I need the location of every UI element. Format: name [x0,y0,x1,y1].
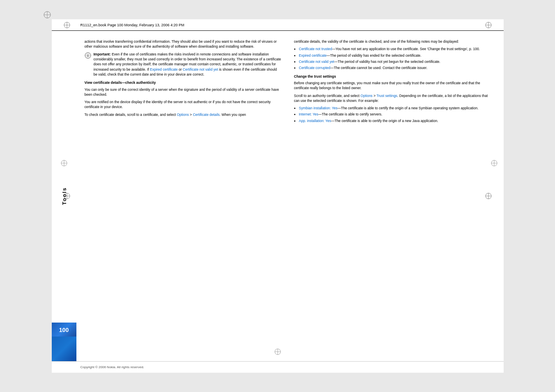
svg-text:i: i [88,54,88,57]
bullet5-text: —The certificate is able to certify the … [338,106,479,110]
page-number-box: 100 [52,323,76,337]
section1-p3c: . When you open [220,113,246,117]
options-link2[interactable]: Options [361,94,373,98]
page-container: R1112_en.book Page 100 Monday, February … [52,19,504,373]
bullet3-text: —The period of validity has not yet begu… [334,60,440,64]
list-item: Internet: Yes—The certificate is able to… [299,112,491,117]
list-item: Expired certificate—The period of validi… [299,53,491,58]
list-item: Certificate not trusted—You have not set… [299,46,491,51]
page-body: Tools 100 actions that involve transferr… [52,31,504,361]
bullet1-link[interactable]: Certificate not trusted [299,47,332,51]
bullets-list-2: Symbian installation: Yes—The certificat… [299,106,491,123]
left-para1: actions that involve transferring confid… [85,39,282,49]
reg-mark-header-left [63,21,71,29]
cert-details-link[interactable]: Certificate details [193,113,219,117]
section1-p3: To check certificate details, scroll to … [85,112,282,117]
copyright-text: Copyright © 2006 Nokia. All rights reser… [81,365,144,369]
section1-heading: View certificate details—check authentic… [85,80,282,85]
bullet4-link[interactable]: Certificate corrupted [299,66,331,70]
important-bold-label: Important: [94,52,111,56]
important-icon: i [85,52,91,59]
reg-mark-footer-left [63,192,71,200]
header-text: R1112_en.book Page 100 Monday, February … [81,23,184,27]
section1-p2: You are notified on the device display i… [85,99,282,110]
reg-mark-tl-outer [43,10,52,19]
list-item: Certificate corrupted—The certificate ca… [299,65,491,70]
section1-arrow: > [189,113,193,117]
header-bar: R1112_en.book Page 100 Monday, February … [52,19,504,31]
list-item: App. installation: Yes—The certificate i… [299,118,491,123]
main-content: actions that involve transferring confid… [76,31,504,361]
reg-mark-bottom-center [274,348,281,355]
important-or: or [178,67,183,71]
trust-settings-link[interactable]: Trust settings [376,94,397,98]
bullet7-link[interactable]: App. installation: Yes [299,119,331,123]
footer: Copyright © 2006 Nokia. All rights reser… [52,361,504,373]
bullet1-text: —You have not set any application to use… [332,47,480,51]
important-text: Important: Even if the use of certificat… [94,52,282,77]
reg-mark-header-right [485,21,492,29]
bullet5-link[interactable]: Symbian installation: Yes [299,106,338,110]
options-link1[interactable]: Options [177,113,189,117]
section2-arrow: > [373,94,377,98]
important-box: i Important: Even if the use of certific… [85,52,282,77]
bullet2-link[interactable]: Expired certificate [299,53,327,58]
right-column: certificate details, the validity of the… [294,39,491,357]
expired-cert-link[interactable]: Expired certificate [150,67,178,71]
cert-not-valid-link[interactable]: Certificate not valid yet [183,67,218,71]
section2-p2: Scroll to an authority certificate, and … [294,93,491,104]
right-intro: certificate details, the validity of the… [294,39,491,44]
bullet4-text: —The certificate cannot be used. Contact… [330,66,427,70]
blue-corner-accent [52,337,76,361]
list-item: Symbian installation: Yes—The certificat… [299,106,491,111]
bullet6-text: —The certificate is able to certify serv… [318,112,382,116]
bullet2-text: —The period of validity has ended for th… [327,53,421,58]
section2-p1: Before changing any certificate settings… [294,81,491,91]
left-column: actions that involve transferring confid… [85,39,282,357]
bullet3-link[interactable]: Certificate not valid yet [299,60,334,64]
bullet6-link[interactable]: Internet: Yes [299,112,318,116]
section2-p2-text: Scroll to an authority certificate, and … [294,94,361,98]
reg-mark-footer-right [485,192,492,200]
section1-p1: You can only be sure of the correct iden… [85,87,282,97]
list-item: Certificate not valid yet—The period of … [299,59,491,64]
page-number: 100 [59,327,69,333]
section2-heading: Change the trust settings [294,74,491,79]
section1-p3-text: To check certificate details, scroll to … [85,113,177,117]
reg-mark-left-mid [60,159,68,167]
bullets-list-1: Certificate not trusted—You have not set… [299,46,491,70]
bullet7-text: —The certificate is able to certify the … [331,119,438,123]
reg-mark-right-mid [491,159,498,167]
